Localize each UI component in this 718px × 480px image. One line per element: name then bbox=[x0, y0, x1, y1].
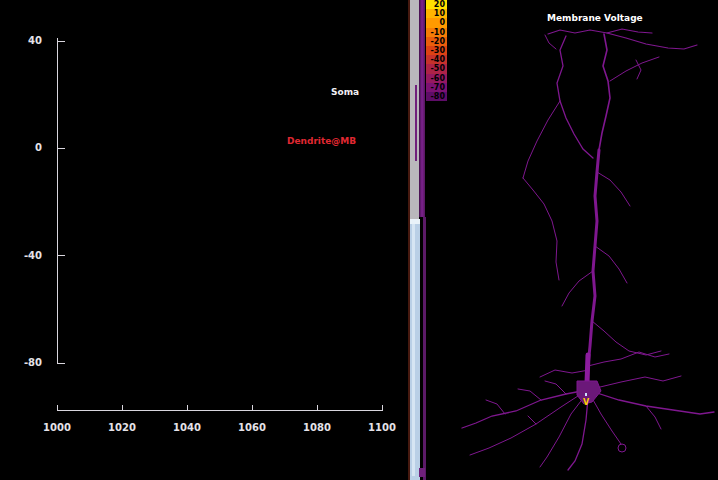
dendrite-branch bbox=[462, 390, 587, 428]
dendrite-branch bbox=[595, 246, 627, 283]
dendrite-branch bbox=[599, 34, 610, 150]
legend-dendrite-mb[interactable]: Dendrite@MB bbox=[287, 136, 356, 146]
x-tick bbox=[122, 405, 123, 410]
dendrite-branch bbox=[568, 398, 588, 470]
dendrite-branch bbox=[486, 400, 505, 414]
hidden-shape-fragment bbox=[415, 85, 417, 161]
x-tick-label: 1060 bbox=[232, 422, 272, 433]
dendrite-branch bbox=[587, 355, 588, 383]
hidden-shape-trunk bbox=[419, 0, 425, 217]
scrollbar-cap[interactable] bbox=[410, 219, 420, 224]
x-tick-label: 1040 bbox=[167, 422, 207, 433]
window-edge-purple bbox=[423, 217, 426, 480]
x-axis-line bbox=[57, 410, 383, 411]
neuron-simulation-screen: 400-40-80100010201040106010801100 Soma D… bbox=[0, 0, 718, 480]
y-tick-label: -80 bbox=[6, 357, 42, 368]
legend-soma[interactable]: Soma bbox=[331, 87, 359, 97]
x-tick bbox=[252, 405, 253, 410]
dendrite-branch bbox=[523, 101, 560, 178]
dendrite-branch bbox=[592, 398, 621, 444]
y-tick bbox=[57, 148, 65, 149]
dendrite-branch bbox=[557, 36, 593, 158]
dendrite-branch bbox=[545, 35, 556, 49]
dendrite-branch bbox=[518, 389, 541, 400]
y-tick-label: 0 bbox=[6, 142, 42, 153]
hidden-shape-fragment-bottom bbox=[419, 468, 425, 477]
dendrite-branch bbox=[610, 57, 659, 81]
dendrite-branch bbox=[470, 394, 581, 455]
dendrite-branch bbox=[523, 178, 559, 280]
dendrite-branch bbox=[540, 370, 589, 377]
x-tick-label: 1000 bbox=[37, 422, 77, 433]
y-axis-line bbox=[57, 38, 58, 364]
dendrite-branch bbox=[562, 271, 593, 306]
dendrite-branch bbox=[587, 150, 599, 383]
voltage-marker[interactable]: V bbox=[583, 398, 590, 407]
dendrite-branch bbox=[548, 29, 652, 34]
voltage-graph-window[interactable]: 400-40-80100010201040106010801100 Soma D… bbox=[0, 0, 408, 480]
dendrite-branch bbox=[597, 172, 630, 206]
x-tick-label: 1020 bbox=[102, 422, 142, 433]
x-tick bbox=[57, 405, 58, 410]
dendrite-branch bbox=[646, 406, 661, 429]
y-tick bbox=[57, 255, 65, 256]
y-tick bbox=[57, 41, 65, 42]
dendrite-branch bbox=[528, 416, 536, 424]
x-tick bbox=[382, 405, 383, 410]
dendrite-branch bbox=[636, 60, 641, 79]
dendrite-branch bbox=[607, 33, 697, 49]
x-tick-label: 1100 bbox=[362, 422, 402, 433]
x-tick bbox=[187, 405, 188, 410]
dendrite-branch bbox=[588, 352, 669, 366]
dendrite-loop bbox=[618, 444, 626, 452]
scrollbar-highlight bbox=[412, 224, 415, 476]
y-tick-label: 40 bbox=[6, 35, 42, 46]
dendrite-branch bbox=[594, 392, 714, 414]
y-tick-label: -40 bbox=[6, 250, 42, 261]
dendrite-branch bbox=[545, 381, 566, 394]
x-tick-label: 1080 bbox=[297, 422, 337, 433]
marker-dot bbox=[585, 393, 587, 396]
dendrite-branch bbox=[592, 321, 661, 355]
dendrite-branch bbox=[596, 376, 681, 388]
x-tick bbox=[317, 405, 318, 410]
neuron-morphology[interactable]: V bbox=[430, 0, 718, 480]
y-tick bbox=[57, 363, 65, 364]
